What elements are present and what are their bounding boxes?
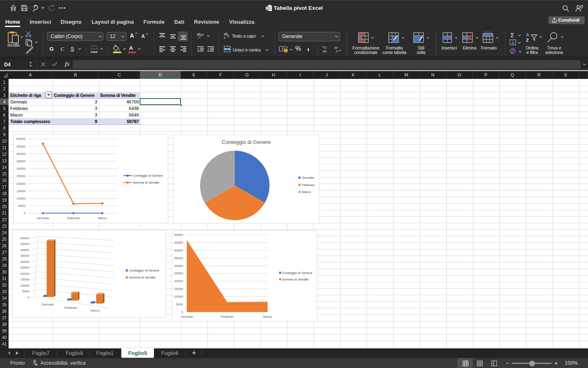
svg-text:0: 0 — [181, 310, 183, 314]
svg-text:Febbraio: Febbraio — [67, 216, 80, 220]
svg-text:Gennaio: Gennaio — [42, 303, 54, 306]
svg-text:Conteggio di Genere: Conteggio di Genere — [129, 269, 159, 272]
svg-text:50000: 50000 — [16, 137, 26, 141]
svg-text:Conteggio di Genere: Conteggio di Genere — [222, 139, 271, 145]
svg-text:Gennaio: Gennaio — [302, 176, 314, 180]
svg-text:Gennaio: Gennaio — [180, 315, 193, 319]
svg-text:Febbraio: Febbraio — [302, 183, 315, 187]
svg-text:Conteggio di Genere: Conteggio di Genere — [133, 174, 163, 177]
svg-text:10000: 10000 — [16, 197, 26, 200]
svg-text:40000: 40000 — [20, 248, 30, 252]
svg-text:Febbraio: Febbraio — [221, 315, 234, 319]
svg-text:.00: .00 — [334, 46, 338, 49]
svg-text:Marzo: Marzo — [98, 216, 107, 220]
svg-text:30000: 30000 — [174, 264, 183, 268]
svg-text:5000: 5000 — [22, 289, 29, 293]
svg-text:Febbraio: Febbraio — [64, 306, 77, 310]
svg-text:.0: .0 — [324, 46, 326, 49]
svg-text:20000: 20000 — [20, 272, 30, 276]
svg-text:10000: 10000 — [174, 295, 183, 298]
svg-text:15000: 15000 — [16, 189, 26, 193]
svg-text:Z: Z — [526, 38, 529, 43]
svg-text:30000: 30000 — [16, 167, 26, 171]
svg-text:40000: 40000 — [16, 152, 26, 156]
svg-text:10000: 10000 — [20, 284, 30, 287]
svg-text:15000: 15000 — [174, 287, 183, 291]
svg-text:Marzo: Marzo — [302, 190, 311, 194]
svg-text:20000: 20000 — [174, 279, 183, 283]
svg-text:25000: 25000 — [20, 266, 30, 269]
svg-text:Marzo: Marzo — [91, 309, 100, 312]
svg-text:Marzo: Marzo — [263, 315, 272, 319]
svg-text:Somma di Vendite: Somma di Vendite — [282, 278, 309, 281]
svg-text:Somma di Vendite: Somma di Vendite — [133, 181, 159, 184]
svg-text:45000: 45000 — [174, 241, 183, 245]
svg-text:35000: 35000 — [16, 159, 26, 163]
svg-text:5000: 5000 — [176, 303, 183, 306]
svg-text:.00: .00 — [322, 49, 326, 53]
svg-text:c: c — [224, 36, 226, 39]
svg-text:50000: 50000 — [174, 233, 183, 237]
svg-text:.0: .0 — [335, 49, 338, 53]
svg-text:0: 0 — [24, 211, 26, 215]
svg-text:15000: 15000 — [20, 278, 30, 281]
svg-text:ab: ab — [197, 32, 201, 36]
svg-text:45000: 45000 — [16, 145, 26, 148]
svg-text:45000: 45000 — [20, 242, 30, 246]
svg-text:25000: 25000 — [16, 174, 26, 178]
svg-text:25000: 25000 — [174, 272, 183, 275]
svg-text:30000: 30000 — [20, 260, 30, 264]
svg-text:Somma di Vendite: Somma di Vendite — [129, 276, 156, 279]
svg-text:0: 0 — [28, 296, 30, 299]
svg-text:35000: 35000 — [20, 254, 30, 258]
svg-text:40000: 40000 — [174, 249, 183, 252]
svg-text:Gennaio: Gennaio — [37, 216, 49, 220]
svg-text:35000: 35000 — [174, 256, 183, 260]
svg-text:Conteggio di Genere: Conteggio di Genere — [282, 271, 312, 275]
svg-text:20000: 20000 — [16, 182, 26, 186]
svg-text:50000: 50000 — [20, 236, 30, 240]
svg-text:5000: 5000 — [18, 204, 26, 208]
svg-text:A: A — [526, 32, 529, 37]
